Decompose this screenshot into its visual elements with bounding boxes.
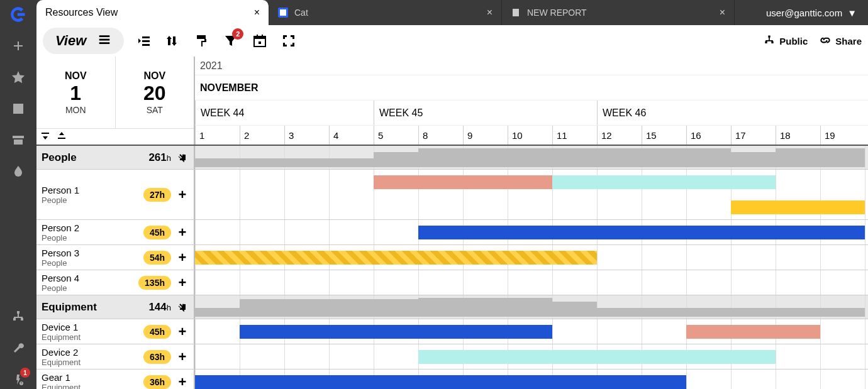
day-cell: 5 bbox=[374, 126, 418, 145]
hours-badge: 63h bbox=[143, 350, 171, 364]
logo-icon[interactable] bbox=[9, 5, 28, 24]
tab-label: NEW REPORT bbox=[527, 8, 713, 18]
utilization-bar bbox=[776, 148, 865, 167]
org-icon[interactable] bbox=[9, 307, 28, 326]
day-cell: 3 bbox=[284, 126, 329, 145]
public-button[interactable]: Public bbox=[763, 34, 808, 48]
menu-icon bbox=[97, 33, 111, 49]
add-task-button[interactable]: + bbox=[176, 249, 189, 266]
star-icon[interactable] bbox=[9, 68, 28, 87]
drop-icon[interactable] bbox=[9, 162, 28, 181]
help-icon[interactable]: ? 1 bbox=[9, 370, 28, 389]
task-bar[interactable] bbox=[418, 350, 776, 364]
collapse-all-icon[interactable] bbox=[40, 131, 50, 143]
utilization-bar bbox=[195, 158, 374, 167]
tab-label: Cat bbox=[294, 8, 481, 18]
tab-label: Resources View bbox=[45, 7, 118, 18]
task-bar[interactable] bbox=[418, 226, 865, 239]
close-icon[interactable]: × bbox=[487, 7, 492, 18]
hours-badge: 135h bbox=[138, 276, 171, 290]
task-bar[interactable] bbox=[374, 175, 552, 189]
archive-icon[interactable] bbox=[9, 131, 28, 150]
svg-rect-0 bbox=[18, 13, 25, 16]
resource-row: Device 1 Equipment 45h + bbox=[36, 319, 868, 344]
group-row[interactable]: People 261h bbox=[36, 146, 868, 170]
resource-category: Equipment bbox=[42, 332, 138, 342]
expand-arrow-icon[interactable] bbox=[177, 302, 189, 313]
sort-icon[interactable] bbox=[164, 32, 182, 50]
close-icon[interactable]: × bbox=[720, 7, 725, 18]
end-day: 20 bbox=[143, 82, 166, 105]
add-task-button[interactable]: + bbox=[176, 275, 189, 291]
day-cell: 2 bbox=[240, 126, 284, 145]
view-label: View bbox=[55, 33, 86, 49]
task-bar[interactable] bbox=[195, 251, 597, 265]
add-task-button[interactable]: + bbox=[176, 349, 189, 365]
resource-name: Device 1 bbox=[42, 322, 138, 332]
task-bar[interactable] bbox=[195, 375, 686, 389]
resource-row: Device 2 Equipment 63h + bbox=[36, 344, 868, 370]
hours-badge: 45h bbox=[143, 226, 171, 239]
filter-icon[interactable]: 2 bbox=[222, 32, 240, 50]
utilization-bar bbox=[240, 299, 418, 317]
resource-name: Device 2 bbox=[42, 347, 138, 358]
link-icon bbox=[819, 34, 832, 48]
month-label: NOVEMBER bbox=[200, 82, 258, 94]
day-cell: 15 bbox=[642, 126, 686, 145]
task-bar[interactable] bbox=[240, 325, 552, 339]
resource-category: Equipment bbox=[42, 358, 138, 367]
tab-new-report[interactable]: NEW REPORT × bbox=[502, 0, 735, 25]
day-cell: 4 bbox=[329, 126, 374, 145]
week-cell: WEEK 46 bbox=[597, 101, 865, 125]
hours-badge: 27h bbox=[143, 188, 171, 202]
week-cell: WEEK 44 bbox=[195, 101, 374, 125]
view-button[interactable]: View bbox=[43, 28, 124, 54]
outdent-icon[interactable] bbox=[135, 32, 153, 50]
tab-resources-view[interactable]: Resources View × bbox=[36, 0, 269, 25]
resource-category: People bbox=[42, 233, 138, 243]
day-cell: 10 bbox=[508, 126, 552, 145]
day-cell: 16 bbox=[686, 126, 731, 145]
fullscreen-icon[interactable] bbox=[280, 32, 298, 50]
hours-badge: 45h bbox=[143, 325, 171, 339]
add-icon[interactable] bbox=[9, 36, 28, 55]
add-task-button[interactable]: + bbox=[176, 187, 189, 203]
start-date-box[interactable]: NOV 1 MON bbox=[36, 57, 116, 128]
resource-row: Person 2 People 45h + bbox=[36, 220, 868, 245]
toolbar: View 2 Public Share bbox=[36, 25, 868, 57]
resource-name: Person 3 bbox=[42, 248, 138, 258]
add-task-button[interactable]: + bbox=[176, 324, 189, 340]
end-date-box[interactable]: NOV 20 SAT bbox=[116, 57, 194, 128]
expand-all-icon[interactable] bbox=[57, 131, 67, 143]
task-bar[interactable] bbox=[686, 325, 820, 339]
settings-icon[interactable] bbox=[9, 339, 28, 358]
utilization-bar bbox=[552, 302, 597, 317]
task-bar[interactable] bbox=[731, 200, 865, 214]
filter-badge: 2 bbox=[232, 28, 243, 40]
paint-icon[interactable] bbox=[193, 32, 211, 50]
end-dow: SAT bbox=[147, 105, 163, 115]
day-cell: 17 bbox=[731, 126, 776, 145]
utilization-bar bbox=[552, 148, 731, 167]
day-cell: 19 bbox=[820, 126, 865, 145]
tabs-bar: Resources View × Cat × NEW REPORT × user… bbox=[36, 0, 868, 25]
expand-arrow-icon[interactable] bbox=[177, 152, 189, 163]
share-button[interactable]: Share bbox=[819, 34, 862, 48]
task-bar[interactable] bbox=[552, 175, 776, 189]
resource-row: Person 3 People 54h + bbox=[36, 245, 868, 270]
left-nav: ? 1 bbox=[0, 0, 36, 389]
user-menu[interactable]: user@ganttic.com ▼ bbox=[755, 0, 868, 25]
add-task-button[interactable]: + bbox=[176, 374, 189, 390]
group-row[interactable]: Equipment 144h bbox=[36, 295, 868, 319]
reports-icon[interactable] bbox=[9, 99, 28, 118]
utilization-bar bbox=[418, 298, 552, 317]
close-icon[interactable]: × bbox=[254, 7, 260, 18]
add-task-button[interactable]: + bbox=[176, 224, 189, 241]
start-month: NOV bbox=[65, 70, 87, 82]
tab-cat[interactable]: Cat × bbox=[269, 0, 502, 25]
resource-row: Person 4 People 135h + bbox=[36, 270, 868, 295]
calendar-icon[interactable] bbox=[251, 32, 269, 50]
chevron-down-icon: ▼ bbox=[847, 8, 857, 18]
day-cell: 8 bbox=[418, 126, 463, 145]
start-day: 1 bbox=[70, 82, 81, 105]
